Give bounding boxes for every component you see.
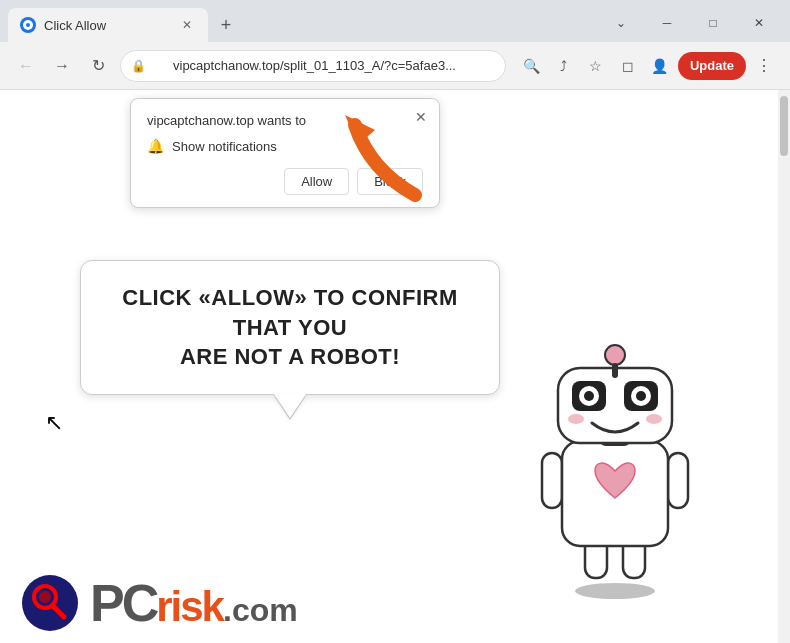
bubble-line2: ARE NOT A ROBOT!	[180, 344, 400, 369]
tab-title: Click Allow	[44, 18, 170, 33]
browser-window: Click Allow ✕ + ⌄ ─ □ ✕ ← → ↻ 🔒 vipcaptc…	[0, 0, 790, 643]
mouse-cursor: ↖	[45, 410, 63, 436]
svg-point-2	[575, 583, 655, 599]
pcrisk-text: PC risk .com	[90, 577, 298, 629]
bubble-line1: CLICK «ALLOW» TO CONFIRM THAT YOU	[122, 285, 457, 340]
pcrisk-ball-icon	[20, 573, 80, 633]
popup-notification-text: Show notifications	[172, 139, 277, 154]
orange-arrow-container	[340, 110, 420, 200]
close-button[interactable]: ✕	[736, 7, 782, 39]
scrollbar[interactable]	[778, 90, 790, 643]
new-tab-button[interactable]: +	[212, 11, 240, 39]
active-tab[interactable]: Click Allow ✕	[8, 8, 208, 42]
menu-button[interactable]: ⋮	[750, 52, 778, 80]
svg-point-16	[584, 391, 594, 401]
maximize-button[interactable]: □	[690, 7, 736, 39]
pcrisk-pc-text: PC	[90, 577, 156, 629]
page-content: ✕ vipcaptchanow.top wants to 🔔 Show noti…	[0, 90, 790, 643]
speech-bubble: CLICK «ALLOW» TO CONFIRM THAT YOU ARE NO…	[80, 260, 500, 395]
pcrisk-logo: PC risk .com	[20, 573, 298, 633]
profile-icon-btn[interactable]: 👤	[646, 52, 674, 80]
scrollbar-thumb[interactable]	[780, 96, 788, 156]
svg-rect-5	[542, 453, 562, 508]
svg-point-19	[646, 414, 662, 424]
tab-close-button[interactable]: ✕	[178, 16, 196, 34]
search-icon-btn[interactable]: 🔍	[518, 52, 546, 80]
lock-icon: 🔒	[131, 59, 146, 73]
svg-point-18	[568, 414, 584, 424]
back-button[interactable]: ←	[12, 52, 40, 80]
tab-bar: Click Allow ✕ + ⌄ ─ □ ✕	[0, 0, 790, 42]
bubble-text: CLICK «ALLOW» TO CONFIRM THAT YOU ARE NO…	[111, 283, 469, 372]
svg-rect-11	[612, 363, 618, 378]
pcrisk-com-text: .com	[223, 594, 298, 626]
orange-arrow-icon	[340, 110, 430, 210]
reload-button[interactable]: ↻	[84, 52, 112, 80]
window-controls: ⌄ ─ □ ✕	[598, 7, 782, 39]
svg-point-23	[39, 591, 51, 603]
pcrisk-risk-text: risk	[156, 586, 223, 628]
share-icon-btn[interactable]: ⤴	[550, 52, 578, 80]
pcrisk-ball	[20, 573, 80, 633]
robot-illustration	[500, 323, 730, 603]
bell-icon: 🔔	[147, 138, 164, 154]
forward-button[interactable]: →	[48, 52, 76, 80]
robot-svg	[500, 323, 730, 603]
address-input[interactable]: 🔒 vipcaptchanow.top/split_01_1103_A/?c=5…	[120, 50, 506, 82]
tab-search-button[interactable]: ⌄	[598, 7, 644, 39]
update-button[interactable]: Update	[678, 52, 746, 80]
address-icons: 🔍 ⤴ ☆ ◻ 👤 Update ⋮	[518, 52, 778, 80]
tab-favicon-icon	[20, 17, 36, 33]
extensions-icon-btn[interactable]: ◻	[614, 52, 642, 80]
svg-point-17	[636, 391, 646, 401]
bookmark-icon-btn[interactable]: ☆	[582, 52, 610, 80]
svg-rect-6	[668, 453, 688, 508]
url-text: vipcaptchanow.top/split_01_1103_A/?c=5af…	[173, 58, 456, 73]
svg-point-10	[605, 345, 625, 365]
minimize-button[interactable]: ─	[644, 7, 690, 39]
svg-point-20	[22, 575, 78, 631]
address-bar: ← → ↻ 🔒 vipcaptchanow.top/split_01_1103_…	[0, 42, 790, 90]
